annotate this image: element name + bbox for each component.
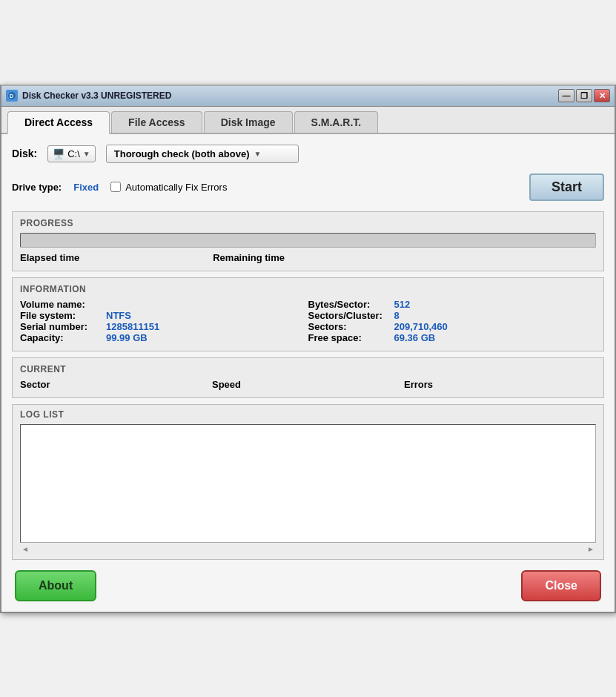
remaining-label: Remaining time — [213, 252, 285, 263]
fs-key: File system: — [20, 310, 102, 321]
information-title: INFORMATION — [20, 284, 596, 294]
capacity-key: Capacity: — [20, 332, 102, 343]
info-sectors-cluster: Sectors/Cluster: 8 — [308, 310, 597, 321]
progress-bar-container — [20, 233, 596, 248]
sectors-val: 209,710,460 — [394, 321, 448, 332]
drive-type-value: Fixed — [73, 182, 99, 193]
disk-dropdown-arrow: ▼ — [83, 150, 90, 158]
info-sectors: Sectors: 209,710,460 — [308, 321, 597, 332]
disk-value: C:\ — [67, 148, 80, 159]
current-title: CURRENT — [20, 364, 596, 374]
minimize-button[interactable]: — — [558, 89, 574, 102]
restore-button[interactable]: ❐ — [576, 89, 592, 102]
info-filesystem: File system: NTFS — [20, 310, 308, 321]
auto-fix-container: Automatically Fix Errors — [110, 182, 227, 193]
free-space-key: Free space: — [308, 332, 390, 343]
main-content: Disk: 🖥️ C:\ ▼ Thorough check (both abov… — [1, 134, 615, 612]
info-serial: Serial number: 1285811151 — [20, 321, 308, 332]
sector-col-label: Sector — [20, 379, 212, 390]
current-section: CURRENT Sector Speed Errors — [12, 357, 604, 398]
current-grid: Sector Speed Errors — [20, 379, 596, 390]
disk-icon: 🖥️ — [53, 148, 64, 159]
disk-label: Disk: — [12, 148, 37, 159]
main-window: D Disk Checker v3.3 UNREGISTERED — ❐ ✕ D… — [0, 85, 616, 613]
progress-section: PROGRESS Elapsed time Remaining time — [12, 211, 604, 271]
progress-title: PROGRESS — [20, 218, 596, 228]
tab-smart[interactable]: S.M.A.R.T. — [294, 111, 379, 133]
bytes-sector-val: 512 — [394, 299, 411, 310]
info-bytes-sector: Bytes/Sector: 512 — [308, 299, 597, 310]
log-section: LOG LIST ◄► — [12, 404, 604, 560]
app-icon: D — [6, 90, 18, 102]
auto-fix-label: Automatically Fix Errors — [125, 182, 227, 193]
disk-row: Disk: 🖥️ C:\ ▼ Thorough check (both abov… — [12, 145, 604, 163]
scrollbar-hint: ◄► — [20, 545, 596, 553]
fs-val: NTFS — [106, 310, 131, 321]
bottom-row: About Close — [12, 566, 604, 604]
about-button[interactable]: About — [15, 570, 96, 601]
tab-disk-image[interactable]: Disk Image — [204, 111, 293, 133]
info-col-right: Bytes/Sector: 512 Sectors/Cluster: 8 Sec… — [308, 299, 597, 343]
window-title: Disk Checker v3.3 UNREGISTERED — [22, 90, 558, 101]
check-mode-dropdown[interactable]: Thorough check (both above) ▼ — [106, 145, 299, 163]
tab-file-access[interactable]: File Access — [111, 111, 202, 133]
bytes-sector-key: Bytes/Sector: — [308, 299, 390, 310]
free-space-val: 69.36 GB — [394, 332, 436, 343]
window-controls: — ❐ ✕ — [558, 89, 610, 102]
titlebar: D Disk Checker v3.3 UNREGISTERED — ❐ ✕ — [1, 86, 615, 107]
elapsed-label: Elapsed time — [20, 252, 79, 263]
disk-dropdown[interactable]: 🖥️ C:\ ▼ — [47, 145, 96, 162]
info-col-left: Volume name: File system: NTFS Serial nu… — [20, 299, 308, 343]
sectors-cluster-val: 8 — [394, 310, 400, 321]
errors-col-label: Errors — [404, 379, 596, 390]
auto-fix-checkbox[interactable] — [110, 182, 121, 192]
drive-row: Drive type: Fixed Automatically Fix Erro… — [12, 174, 604, 201]
tab-bar: Direct Access File Access Disk Image S.M… — [1, 107, 615, 134]
info-volume: Volume name: — [20, 299, 308, 310]
info-free-space: Free space: 69.36 GB — [308, 332, 597, 343]
progress-labels: Elapsed time Remaining time — [20, 252, 596, 263]
svg-text:D: D — [10, 93, 13, 99]
info-capacity: Capacity: 99.99 GB — [20, 332, 308, 343]
serial-val: 1285811151 — [106, 321, 159, 332]
log-title: LOG LIST — [20, 409, 596, 420]
information-section: INFORMATION Volume name: File system: NT… — [12, 277, 604, 351]
close-button[interactable]: Close — [521, 570, 601, 601]
check-mode-value: Thorough check (both above) — [114, 148, 250, 159]
tab-direct-access[interactable]: Direct Access — [7, 111, 110, 134]
sectors-cluster-key: Sectors/Cluster: — [308, 310, 390, 321]
capacity-val: 99.99 GB — [106, 332, 148, 343]
check-mode-arrow: ▼ — [254, 150, 262, 158]
drive-type-label: Drive type: — [12, 182, 62, 193]
volume-key: Volume name: — [20, 299, 102, 310]
sectors-key: Sectors: — [308, 321, 390, 332]
serial-key: Serial number: — [20, 321, 102, 332]
log-textarea[interactable] — [20, 424, 596, 543]
start-button[interactable]: Start — [529, 174, 604, 201]
speed-col-label: Speed — [212, 379, 404, 390]
info-grid: Volume name: File system: NTFS Serial nu… — [20, 299, 596, 343]
close-titlebar-button[interactable]: ✕ — [594, 89, 610, 102]
